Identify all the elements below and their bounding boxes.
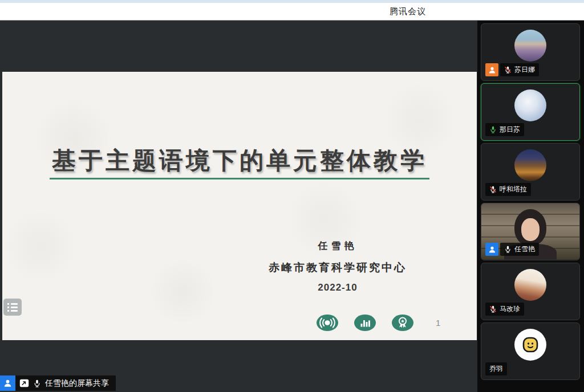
- participant-nameplate: 马改珍: [485, 303, 524, 316]
- participant-avatar: [514, 30, 546, 62]
- participant-tile[interactable]: 马改珍: [481, 263, 580, 320]
- member-badge-icon: [485, 63, 498, 76]
- broadcast-icon: [317, 315, 338, 331]
- title-underline: [50, 178, 429, 179]
- presentation-date: 2022-10: [257, 282, 419, 293]
- presenter-person-icon: [0, 375, 15, 391]
- presentation-slide: 基于主题语境下的单元整体教学 任雪艳 赤峰市教育科学研究中心 2022-10: [2, 72, 477, 340]
- screen-share-label: 任雪艳的屏幕共享: [45, 378, 109, 389]
- slide-list-button[interactable]: [3, 299, 22, 316]
- screen-share-pill: 任雪艳的屏幕共享: [15, 375, 116, 391]
- microphone-icon: [33, 379, 41, 387]
- shared-screen-stage: 基于主题语境下的单元整体教学 任雪艳 赤峰市教育科学研究中心 2022-10: [0, 21, 477, 392]
- participants-panel: 苏日娜 那日苏: [477, 21, 584, 392]
- screen-share-indicator: 任雪艳的屏幕共享: [0, 375, 116, 391]
- slide-footer-icons: [317, 315, 413, 331]
- participant-name: 苏日娜: [514, 65, 535, 75]
- participant-name: 那日苏: [500, 125, 520, 134]
- participant-avatar: [514, 149, 546, 181]
- medal-icon: [392, 315, 413, 331]
- participant-name: 任雪艳: [514, 244, 535, 254]
- participant-nameplate: 乔羽: [485, 362, 507, 375]
- presenter-name: 任雪艳: [257, 239, 419, 252]
- participant-nameplate: 呼和塔拉: [485, 183, 531, 196]
- meeting-window: 腾讯会议 基于主题语境下的单元整体教学 任雪艳 赤峰市教育科学研究中心 2022…: [0, 0, 584, 392]
- screen-share-icon: [19, 379, 29, 387]
- smiley-icon: [521, 335, 540, 354]
- participant-nameplate: 苏日娜: [485, 63, 539, 76]
- participant-avatar: [514, 269, 546, 301]
- participant-name: 乔羽: [489, 364, 503, 374]
- participant-tile[interactable]: 任雪艳: [481, 203, 580, 260]
- participant-nameplate: 那日苏: [485, 123, 524, 136]
- list-icon: [7, 303, 18, 312]
- bar-chart-icon: [354, 315, 376, 331]
- mic-active-icon: [489, 126, 497, 133]
- window-title: 腾讯会议: [390, 6, 426, 17]
- window-titlebar: 腾讯会议: [0, 0, 584, 21]
- participant-tile[interactable]: 呼和塔拉: [481, 143, 580, 201]
- mic-muted-icon: [489, 305, 497, 313]
- mic-muted-icon: [504, 66, 512, 74]
- presenter-block: 任雪艳 赤峰市教育科学研究中心 2022-10: [257, 239, 419, 293]
- participant-tile[interactable]: 苏日娜: [481, 23, 580, 81]
- participant-name: 呼和塔拉: [500, 185, 527, 194]
- participant-name: 马改珍: [500, 304, 520, 314]
- participant-avatar: [514, 89, 546, 121]
- participant-nameplate: 任雪艳: [485, 243, 539, 256]
- participant-tile[interactable]: 乔羽: [481, 322, 580, 380]
- presenter-organization: 赤峰市教育科学研究中心: [257, 260, 419, 275]
- participant-avatar: [514, 329, 546, 361]
- presenter-badge-icon: [485, 243, 498, 256]
- slide-page-number: 1: [436, 318, 440, 328]
- mic-on-icon: [504, 246, 512, 253]
- mic-muted-icon: [489, 186, 497, 193]
- slide-title: 基于主题语境下的单元整体教学: [2, 145, 477, 177]
- participant-tile[interactable]: 那日苏: [481, 83, 580, 141]
